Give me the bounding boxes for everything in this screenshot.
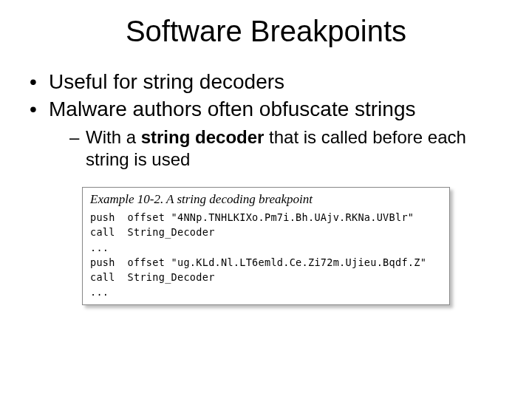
bullet-2-text: Malware authors often obfuscate strings [49,98,415,120]
sub-bullet-1: With a string decoder that is called bef… [69,126,510,171]
code-line-3: ... [90,242,109,253]
code-caption: Example 10-2. A string decoding breakpoi… [90,192,442,207]
sub-bullet-list: With a string decoder that is called bef… [49,126,510,171]
sub1-bold: string decoder [141,127,265,147]
code-line-1: push offset "4NNp.TNHLKIXo.Pm7i.Bh.UAjv.… [90,211,414,223]
code-line-6: ... [90,286,109,298]
code-example-box: Example 10-2. A string decoding breakpoi… [82,187,450,305]
code-line-2: call String_Decoder [90,226,215,238]
code-block: push offset "4NNp.TNHLKIXo.Pm7i.Bh.UAjv.… [90,210,442,300]
code-line-4: push offset "ug.KLd.Nl.LT6emld.Ce.Zi72m.… [90,256,426,268]
bullet-1: Useful for string decoders [30,69,510,95]
page-title: Software Breakpoints [22,15,510,48]
bullet-list: Useful for string decoders Malware autho… [22,69,510,171]
slide: Software Breakpoints Useful for string d… [0,0,532,399]
bullet-2: Malware authors often obfuscate strings … [30,96,510,171]
code-line-5: call String_Decoder [90,271,215,283]
sub1-pre: With a [86,127,141,147]
